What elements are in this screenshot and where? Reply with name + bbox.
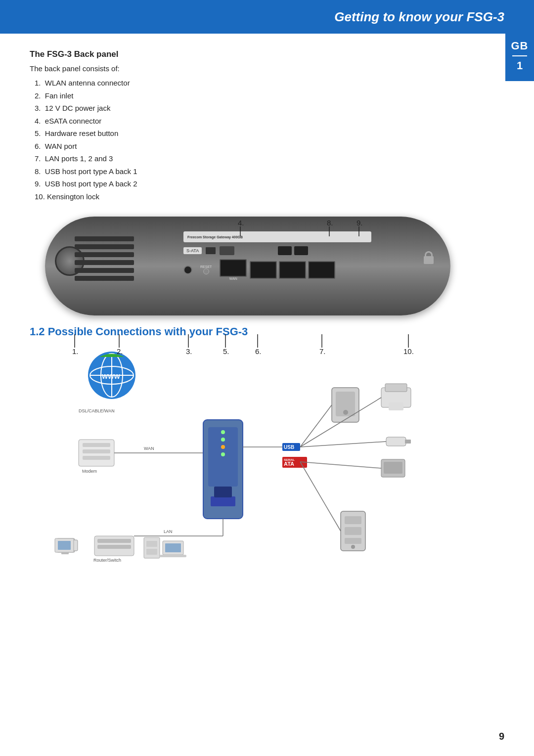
svg-line-75 — [300, 442, 386, 447]
item-text: Kensington lock — [47, 192, 99, 201]
vent-line — [75, 236, 134, 241]
svg-rect-70 — [345, 527, 361, 535]
list-item: 9. USB host port type A back 2 — [35, 178, 466, 190]
list-item: 3. 12 V DC power jack — [35, 102, 466, 115]
svg-rect-45 — [97, 539, 131, 543]
gb-number: 1 — [517, 59, 523, 72]
wan-port — [220, 259, 247, 277]
vent-line — [75, 260, 134, 265]
middle-row: RESET WAN — [183, 259, 391, 280]
sata-port — [220, 246, 234, 255]
connection-svg: WWW DSL/CABLE/WAN Modem WAN — [35, 348, 460, 566]
svg-line-76 — [300, 462, 381, 468]
item-num: 6. — [35, 142, 41, 150]
header: Getting to know your FSG-3 — [0, 0, 534, 34]
dc-jack — [183, 266, 192, 274]
connection-diagram: WWW DSL/CABLE/WAN Modem WAN — [35, 348, 460, 566]
svg-rect-64 — [386, 437, 406, 446]
svg-rect-62 — [385, 384, 407, 392]
item-text: USB host port type A back 2 — [45, 179, 137, 188]
list-item: 7. LAN ports 1, 2 and 3 — [35, 152, 466, 165]
svg-rect-65 — [405, 440, 411, 444]
svg-rect-80 — [61, 552, 68, 554]
svg-text:DSL/CABLE/WAN: DSL/CABLE/WAN — [79, 408, 115, 413]
item-num: 5. — [35, 129, 41, 137]
device-outer: Freecom Storage Gateway 400GB S-ATA — [45, 217, 450, 315]
svg-rect-34 — [208, 427, 238, 487]
vent-line — [75, 276, 134, 281]
svg-point-37 — [221, 445, 225, 449]
svg-point-72 — [351, 545, 355, 549]
svg-rect-81 — [144, 537, 160, 558]
svg-point-60 — [343, 410, 348, 415]
svg-rect-85 — [165, 543, 181, 552]
list-item: 5. Hardware reset button — [35, 127, 466, 140]
header-title: Getting to know your FSG-3 — [334, 9, 504, 25]
usb-port-a-2 — [294, 246, 308, 255]
svg-rect-39 — [211, 496, 235, 506]
item-num: 9. — [35, 179, 41, 188]
item-text: LAN ports 1, 2 and 3 — [45, 154, 113, 163]
back-panel-intro: The back panel consists of: — [30, 64, 466, 73]
vent-line — [75, 252, 134, 257]
svg-rect-63 — [389, 402, 403, 410]
sata-label: S-ATA — [183, 247, 202, 254]
fan-vents — [75, 236, 134, 296]
reset-button — [203, 268, 209, 274]
back-panel-diagram: 4. 8. 9. 1. 2. 3. 5. 6. — [45, 217, 450, 315]
item-num: 1. — [35, 79, 41, 87]
item-num: 4. — [35, 117, 41, 125]
lan-port-1 — [250, 261, 277, 279]
kensington-lock — [422, 251, 436, 265]
back-panel-title: The FSG-3 Back panel — [30, 49, 466, 59]
svg-text:Modem: Modem — [82, 469, 97, 474]
svg-rect-71 — [345, 538, 361, 544]
svg-rect-86 — [160, 555, 186, 557]
svg-point-35 — [221, 430, 225, 434]
svg-rect-28 — [83, 449, 110, 453]
svg-line-73 — [300, 405, 332, 447]
gb-divider — [512, 55, 527, 56]
svg-text:USB: USB — [284, 445, 294, 450]
port-area: Freecom Storage Gateway 400GB S-ATA — [183, 231, 391, 301]
item-text: 12 V DC power jack — [45, 104, 111, 112]
svg-rect-29 — [83, 456, 110, 460]
list-item: 4. eSATA connector — [35, 115, 466, 128]
wan-label: WAN — [229, 277, 237, 280]
item-num: 2. — [35, 91, 41, 100]
section-12-title: 1.2 Possible Connections with your FSG-3 — [30, 325, 466, 338]
item-text: USB host port type A back 1 — [45, 167, 137, 176]
item-num: 8. — [35, 167, 41, 176]
back-panel-list: 1. WLAN antenna connector 2. Fan inlet 3… — [35, 77, 466, 203]
section-12: 1.2 Possible Connections with your FSG-3… — [30, 325, 466, 566]
svg-rect-82 — [146, 541, 157, 547]
item-text: Hardware reset button — [45, 129, 118, 137]
list-item: 6. WAN port — [35, 140, 466, 153]
item-text: WLAN antenna connector — [45, 79, 130, 87]
svg-text:WAN: WAN — [144, 446, 154, 451]
product-name-label: Freecom Storage Gateway 400GB — [187, 235, 243, 239]
sata-row: S-ATA — [183, 246, 391, 255]
svg-text:ATA: ATA — [284, 461, 294, 467]
svg-text:Router/Switch: Router/Switch — [93, 558, 121, 563]
lan-port-3 — [308, 261, 335, 279]
list-item: 1. WLAN antenna connector — [35, 77, 466, 89]
vent-line — [75, 268, 134, 273]
svg-point-36 — [221, 438, 225, 442]
item-num: 3. — [35, 104, 41, 112]
svg-point-38 — [221, 452, 225, 456]
item-num: 10. — [35, 192, 45, 201]
wan-area: WAN — [220, 259, 247, 280]
usb-icon — [206, 247, 216, 254]
usb-ports-right — [278, 246, 308, 255]
device-inner: Freecom Storage Gateway 400GB S-ATA — [45, 217, 450, 315]
gb-tab: GB 1 — [505, 34, 534, 81]
svg-rect-46 — [97, 545, 131, 549]
svg-line-77 — [300, 462, 341, 531]
vent-line — [75, 244, 134, 249]
usb-port-a-1 — [278, 246, 292, 255]
list-item: 8. USB host port type A back 1 — [35, 165, 466, 178]
svg-rect-67 — [384, 462, 402, 474]
page-number: 9 — [499, 731, 504, 742]
reset-label: RESET — [200, 265, 212, 268]
